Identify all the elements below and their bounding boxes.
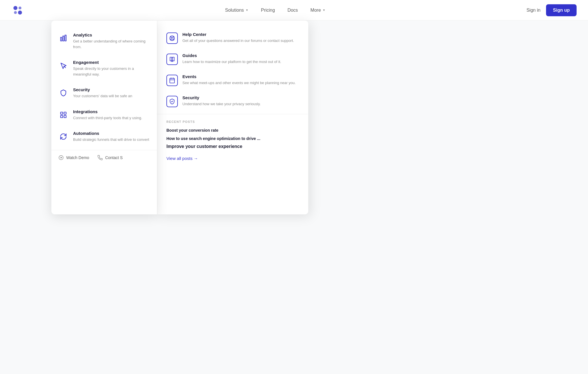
svg-point-0: [13, 6, 17, 10]
sign-in-link[interactable]: Sign in: [526, 8, 540, 13]
more-helpcenter-item[interactable]: Help Center Get all of your questions an…: [166, 27, 299, 48]
sign-up-button[interactable]: Sign up: [546, 4, 577, 16]
post-item-0[interactable]: Boost your conversion rate: [166, 127, 299, 133]
refresh-icon: [58, 131, 69, 142]
shield-icon: [58, 88, 69, 98]
svg-point-15: [171, 37, 173, 39]
dropdown-area: Analytics Get a better understanding of …: [51, 21, 308, 214]
solutions-integrations-item[interactable]: Integrations Connect with third-party to…: [58, 104, 150, 126]
nav-pricing[interactable]: Pricing: [260, 5, 276, 15]
solutions-menu-items: Analytics Get a better understanding of …: [51, 27, 157, 148]
phone-icon: [97, 155, 103, 160]
view-all-posts-link[interactable]: View all posts →: [166, 156, 198, 161]
nav-docs[interactable]: Docs: [286, 5, 299, 15]
book-icon: [166, 54, 178, 65]
more-menu-items: Help Center Get all of your questions an…: [157, 27, 308, 112]
svg-line-19: [170, 39, 171, 40]
svg-point-2: [14, 11, 17, 14]
svg-rect-5: [63, 36, 64, 41]
shield-check-icon: [166, 96, 178, 107]
solutions-footer: Watch Demo Contact S: [51, 150, 157, 165]
chevron-down-icon: ▼: [245, 9, 248, 12]
play-icon: [58, 155, 64, 160]
svg-point-3: [18, 11, 22, 15]
svg-rect-10: [61, 115, 63, 118]
solutions-security-item[interactable]: Security Your customers' data will be sa…: [58, 82, 150, 104]
svg-rect-4: [61, 37, 62, 41]
recent-posts-section: RECENT POSTS Boost your conversion rate …: [157, 114, 308, 161]
svg-rect-9: [64, 112, 66, 114]
navbar-right: Sign in Sign up: [526, 4, 577, 16]
svg-line-17: [173, 39, 174, 40]
svg-rect-8: [61, 112, 63, 114]
chevron-down-icon: ▼: [323, 9, 325, 12]
nav-center: Solutions ▼ Pricing Docs More ▼: [224, 5, 326, 15]
grid-icon: [58, 110, 69, 120]
more-dropdown: Help Center Get all of your questions an…: [157, 21, 308, 214]
svg-rect-11: [64, 115, 66, 118]
post-item-1[interactable]: How to use search engine optimization to…: [166, 136, 299, 142]
solutions-dropdown: Analytics Get a better understanding of …: [51, 21, 157, 214]
svg-marker-13: [61, 156, 62, 158]
solutions-automations-item[interactable]: Automations Build strategic funnels that…: [58, 126, 150, 148]
solutions-engagement-item[interactable]: Engagement Speak directly to your custom…: [58, 55, 150, 82]
help-circle-icon: [166, 32, 178, 44]
svg-rect-20: [170, 78, 175, 83]
cursor-icon: [58, 60, 69, 71]
bar-chart-icon: [58, 33, 69, 43]
svg-rect-6: [65, 35, 66, 41]
svg-line-16: [170, 36, 171, 37]
watch-demo-link[interactable]: Watch Demo: [58, 155, 89, 160]
nav-solutions[interactable]: Solutions ▼: [224, 5, 249, 15]
contact-link[interactable]: Contact S: [97, 155, 122, 160]
recent-posts-label: RECENT POSTS: [166, 120, 299, 123]
navbar: Solutions ▼ Pricing Docs More ▼ Sign in …: [0, 0, 588, 21]
calendar-icon: [166, 75, 178, 86]
svg-line-18: [173, 36, 174, 37]
more-guides-item[interactable]: Guides Learn how to maximize our platfor…: [166, 48, 299, 70]
svg-point-1: [19, 7, 21, 9]
post-item-2[interactable]: Improve your customer experience: [166, 144, 299, 149]
nav-more[interactable]: More ▼: [309, 5, 327, 15]
solutions-analytics-item[interactable]: Analytics Get a better understanding of …: [58, 27, 150, 55]
logo[interactable]: [11, 4, 24, 17]
more-events-item[interactable]: Events See what meet-ups and other event…: [166, 70, 299, 91]
more-security-item[interactable]: Security Understand how we take your pri…: [166, 91, 299, 112]
